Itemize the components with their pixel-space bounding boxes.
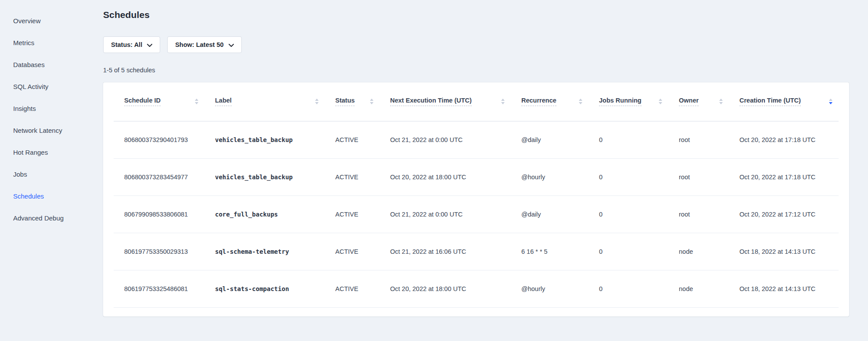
- table-row: 806197753325486081sql-stats-compactionAC…: [114, 270, 839, 307]
- cell-schedule_id: 806197753325486081: [114, 270, 204, 307]
- cell-status: ACTIVE: [325, 233, 380, 270]
- column-header-recurrence[interactable]: Recurrence: [511, 82, 588, 121]
- sidebar-item-schedules[interactable]: Schedules: [0, 185, 91, 207]
- table-body: 806800373290401793vehicles_table_backupA…: [114, 121, 839, 307]
- schedules-table-card: Schedule IDLabelStatusNext Execution Tim…: [103, 82, 849, 316]
- sidebar-item-jobs[interactable]: Jobs: [0, 163, 91, 185]
- column-header-creation_time[interactable]: Creation Time (UTC): [729, 82, 839, 121]
- cell-schedule_id: 806197753350029313: [114, 233, 204, 270]
- cell-creation_time: Oct 18, 2022 at 14:13 UTC: [729, 270, 839, 307]
- filter-bar: Status: All Show: Latest 50: [103, 36, 849, 53]
- status-filter-dropdown[interactable]: Status: All: [103, 36, 160, 53]
- table-header-row: Schedule IDLabelStatusNext Execution Tim…: [114, 82, 839, 121]
- chevron-down-icon: [229, 44, 234, 47]
- cell-owner: root: [668, 121, 729, 158]
- cell-next_execution: Oct 21, 2022 at 0:00 UTC: [380, 121, 511, 158]
- app-layout: OverviewMetricsDatabasesSQL ActivityInsi…: [0, 0, 868, 341]
- cell-schedule_id: 806799098533806081: [114, 195, 204, 233]
- sidebar-item-databases[interactable]: Databases: [0, 53, 91, 75]
- table-row: 806800373290401793vehicles_table_backupA…: [114, 121, 839, 158]
- column-label-status: Status: [335, 97, 355, 106]
- cell-schedule_id: 806800373283454977: [114, 158, 204, 195]
- sidebar-item-metrics[interactable]: Metrics: [0, 32, 91, 53]
- page-title: Schedules: [103, 9, 849, 21]
- cell-recurrence: @hourly: [511, 270, 588, 307]
- cell-jobs_running: 0: [588, 233, 668, 270]
- cell-label: core_full_backups: [204, 195, 325, 233]
- cell-label: sql-schema-telemetry: [204, 233, 325, 270]
- column-label-next_execution: Next Execution Time (UTC): [390, 97, 472, 106]
- cell-creation_time: Oct 18, 2022 at 14:13 UTC: [729, 233, 839, 270]
- cell-creation_time: Oct 20, 2022 at 17:18 UTC: [729, 121, 839, 158]
- column-label-schedule_id: Schedule ID: [124, 97, 161, 106]
- column-header-status[interactable]: Status: [325, 82, 380, 121]
- column-label-jobs_running: Jobs Running: [599, 97, 642, 106]
- column-header-label[interactable]: Label: [204, 82, 325, 121]
- sidebar: OverviewMetricsDatabasesSQL ActivityInsi…: [0, 0, 91, 341]
- cell-recurrence: @hourly: [511, 158, 588, 195]
- cell-owner: root: [668, 195, 729, 233]
- sidebar-item-hot-ranges[interactable]: Hot Ranges: [0, 141, 91, 163]
- cell-recurrence: 6 16 * * 5: [511, 233, 588, 270]
- cell-label: vehicles_table_backup: [204, 121, 325, 158]
- sidebar-item-advanced-debug[interactable]: Advanced Debug: [0, 207, 91, 229]
- cell-status: ACTIVE: [325, 121, 380, 158]
- cell-next_execution: Oct 20, 2022 at 18:00 UTC: [380, 270, 511, 307]
- cell-creation_time: Oct 20, 2022 at 17:12 UTC: [729, 195, 839, 233]
- cell-status: ACTIVE: [325, 195, 380, 233]
- sort-icon[interactable]: [719, 99, 723, 104]
- column-label-owner: Owner: [679, 97, 699, 106]
- sort-icon[interactable]: [195, 99, 198, 104]
- status-filter-label: Status: All: [111, 41, 142, 48]
- sort-icon[interactable]: [579, 99, 582, 104]
- cell-jobs_running: 0: [588, 270, 668, 307]
- column-label-recurrence: Recurrence: [521, 97, 556, 106]
- schedules-table: Schedule IDLabelStatusNext Execution Tim…: [114, 82, 839, 308]
- cell-status: ACTIVE: [325, 270, 380, 307]
- table-row: 806799098533806081core_full_backupsACTIV…: [114, 195, 839, 233]
- cell-next_execution: Oct 20, 2022 at 18:00 UTC: [380, 158, 511, 195]
- sort-icon[interactable]: [501, 99, 505, 104]
- column-header-next_execution[interactable]: Next Execution Time (UTC): [380, 82, 511, 121]
- sidebar-item-insights[interactable]: Insights: [0, 97, 91, 119]
- cell-owner: node: [668, 270, 729, 307]
- table-row: 806800373283454977vehicles_table_backupA…: [114, 158, 839, 195]
- sidebar-item-sql-activity[interactable]: SQL Activity: [0, 75, 91, 97]
- cell-next_execution: Oct 21, 2022 at 0:00 UTC: [380, 195, 511, 233]
- show-filter-dropdown[interactable]: Show: Latest 50: [167, 36, 241, 53]
- cell-jobs_running: 0: [588, 158, 668, 195]
- cell-creation_time: Oct 20, 2022 at 17:18 UTC: [729, 158, 839, 195]
- chevron-down-icon: [147, 44, 152, 47]
- sort-icon[interactable]: [829, 99, 832, 104]
- sidebar-item-overview[interactable]: Overview: [0, 10, 91, 32]
- cell-jobs_running: 0: [588, 121, 668, 158]
- cell-recurrence: @daily: [511, 121, 588, 158]
- main-content: Schedules Status: All Show: Latest 50 1-…: [91, 0, 868, 341]
- cell-recurrence: @daily: [511, 195, 588, 233]
- cell-label: vehicles_table_backup: [204, 158, 325, 195]
- cell-owner: root: [668, 158, 729, 195]
- cell-schedule_id: 806800373290401793: [114, 121, 204, 158]
- cell-jobs_running: 0: [588, 195, 668, 233]
- column-header-owner[interactable]: Owner: [668, 82, 729, 121]
- table-row: 806197753350029313sql-schema-telemetryAC…: [114, 233, 839, 270]
- cell-owner: node: [668, 233, 729, 270]
- cell-status: ACTIVE: [325, 158, 380, 195]
- sort-icon[interactable]: [659, 99, 662, 104]
- sidebar-item-network-latency[interactable]: Network Latency: [0, 119, 91, 141]
- column-header-schedule_id[interactable]: Schedule ID: [114, 82, 204, 121]
- column-header-jobs_running[interactable]: Jobs Running: [588, 82, 668, 121]
- cell-label: sql-stats-compaction: [204, 270, 325, 307]
- column-label-label: Label: [215, 97, 232, 106]
- sort-icon[interactable]: [370, 99, 373, 104]
- show-filter-label: Show: Latest 50: [175, 41, 223, 48]
- cell-next_execution: Oct 21, 2022 at 16:06 UTC: [380, 233, 511, 270]
- column-label-creation_time: Creation Time (UTC): [739, 97, 801, 106]
- results-count: 1-5 of 5 schedules: [103, 66, 849, 75]
- sort-icon[interactable]: [315, 99, 319, 104]
